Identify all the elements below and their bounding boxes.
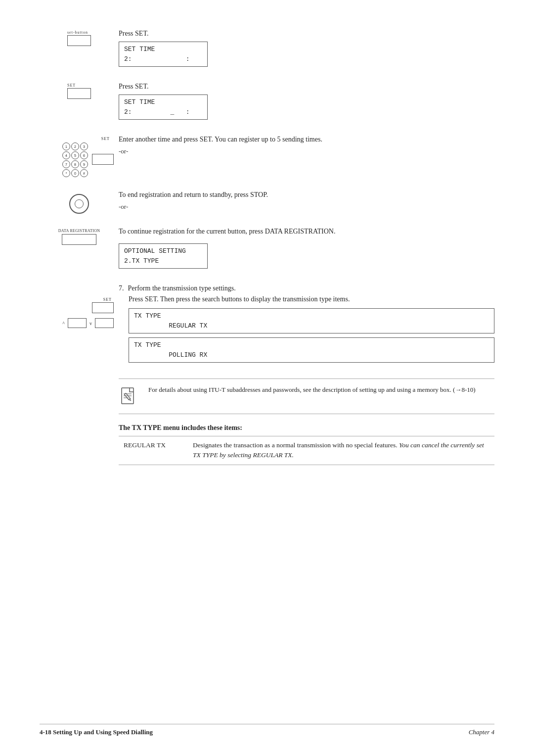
lcd-display-3: OPTIONAL SETTING 2.TX TYPE (119, 243, 208, 269)
numpad-4: 4 (62, 151, 70, 159)
table-row: REGULAR TX Designates the transaction as… (119, 436, 494, 465)
step-press-set-1: set-button Press SET. SET TIME 2: : (119, 30, 494, 69)
icon-col-1: set-button (40, 30, 119, 46)
press-set-text-1: Press SET. (119, 30, 494, 38)
svg-marker-5 (129, 398, 132, 401)
data-reg-label: DATA REGISTRATION (58, 229, 100, 233)
icon-col-5: DATA REGISTRATION (40, 228, 119, 245)
table-term: REGULAR TX (119, 436, 188, 465)
lcd-display-1: SET TIME 2: : (119, 42, 208, 67)
stop-text: To end registration and return to standb… (119, 191, 494, 199)
set-button-3[interactable] (92, 154, 114, 165)
text-col-7: 7.Perform the transmission type settings… (119, 284, 494, 365)
set-button-1[interactable] (67, 35, 91, 46)
set-button-2[interactable] (67, 88, 91, 99)
memo-icon-svg (119, 386, 138, 406)
stop-icon[interactable] (69, 194, 89, 214)
numpad-8: 8 (71, 160, 79, 168)
numpad-hash: # (80, 169, 88, 177)
nav-down-label: v (89, 321, 92, 326)
lcd-tx1-line2: REGULAR TX (134, 321, 489, 331)
numpad-3: 3 (80, 142, 88, 150)
set-button-7[interactable] (92, 302, 114, 313)
icon-col-3: SET 1 2 3 4 5 6 7 8 9 * (40, 136, 119, 177)
lcd-display-tx1: TX TYPE REGULAR TX (129, 308, 494, 333)
step-7: SET ^ v 7.Perform the transmission type … (119, 284, 494, 365)
numpad-star: * (62, 169, 70, 177)
lcd-line2-2: 2: _ : (124, 107, 202, 117)
nav-up-button[interactable] (68, 318, 87, 328)
footer: 4-18 Setting Up and Using Speed Dialling… (40, 724, 494, 736)
lcd-line2-1: 2: : (124, 54, 202, 64)
content-area: set-button Press SET. SET TIME 2: : SET (119, 30, 494, 465)
data-reg-text: To continue registration for the current… (119, 228, 494, 236)
footer-right: Chapter 4 (469, 728, 494, 736)
footer-left: 4-18 Setting Up and Using Speed Dialling (40, 728, 153, 736)
stop-inner (75, 199, 84, 208)
icon-col-2: SET (40, 83, 119, 99)
step-number-7: 7.Perform the transmission type settings… (119, 284, 494, 292)
table-desc: Designates the transaction as a normal t… (188, 436, 494, 465)
press-set-text-2: Press SET. (119, 83, 494, 91)
numpad-1: 1 (62, 142, 70, 150)
text-col-5: To continue registration for the current… (119, 228, 494, 271)
lcd-line2-3: 2.TX TYPE (124, 256, 202, 266)
lcd-tx2-line2: POLLING RX (134, 350, 489, 360)
numpad-0: 0 (71, 169, 79, 177)
lcd-line1-3: OPTIONAL SETTING (124, 246, 202, 256)
icon-col-7: SET ^ v (40, 296, 119, 328)
nav-down-button[interactable] (95, 318, 114, 328)
set-button-2-wrapper: SET (67, 84, 91, 99)
lcd-tx2-line1: TX TYPE (134, 340, 489, 350)
note-icon (119, 386, 140, 408)
lcd-tx1-line1: TX TYPE (134, 311, 489, 321)
info-table: REGULAR TX Designates the transaction as… (119, 436, 494, 465)
numpad-2: 2 (71, 142, 79, 150)
step-stop: To end registration and return to standb… (119, 191, 494, 214)
numpad-icon: 1 2 3 4 5 6 7 8 9 * 0 # (62, 142, 88, 177)
set-label-1: set-button (67, 31, 88, 35)
step7-content: Press SET. Then press the search buttons… (129, 295, 494, 363)
note-text: For details about using ITU-T subaddress… (148, 385, 476, 395)
lcd-line1-1: SET TIME (124, 45, 202, 54)
step7-title: Perform the transmission type settings. (128, 284, 236, 292)
nav-row: ^ v (62, 318, 114, 328)
table-section: The TX TYPE menu includes these items: R… (119, 424, 494, 465)
lcd-display-tx2: TX TYPE POLLING RX (129, 337, 494, 363)
step-enter-time: SET 1 2 3 4 5 6 7 8 9 * (119, 136, 494, 177)
enter-time-text: Enter another time and press SET. You ca… (119, 136, 494, 143)
lcd-line1-2: SET TIME (124, 97, 202, 107)
text-col-4: To end registration and return to standb… (119, 191, 494, 214)
step-data-reg: DATA REGISTRATION To continue registrati… (119, 228, 494, 271)
note-box: For details about using ITU-T subaddress… (119, 378, 494, 414)
numpad-9: 9 (80, 160, 88, 168)
set-button-1-wrapper: set-button (67, 31, 91, 46)
step7-press-text: Press SET. Then press the search buttons… (129, 295, 494, 303)
or-text-2: -or- (119, 203, 494, 211)
icon-col-4 (40, 191, 119, 214)
nav-up-label: ^ (62, 321, 65, 326)
numpad-6: 6 (80, 151, 88, 159)
lcd-display-2: SET TIME 2: _ : (119, 94, 208, 120)
table-title: The TX TYPE menu includes these items: (119, 424, 494, 432)
page: set-button Press SET. SET TIME 2: : SET (0, 0, 534, 756)
text-col-3: Enter another time and press SET. You ca… (119, 136, 494, 158)
step7-lcd-wrapper: TX TYPE REGULAR TX TX TYPE POLLING RX (129, 308, 494, 363)
numpad-5: 5 (71, 151, 79, 159)
set-label-2: SET (67, 84, 76, 88)
table-desc-normal: Designates the transaction as a normal t… (193, 441, 399, 449)
data-reg-button[interactable] (62, 234, 96, 245)
text-col-2: Press SET. SET TIME 2: _ : (119, 83, 494, 122)
step-press-set-2: SET Press SET. SET TIME 2: _ : (119, 83, 494, 122)
text-col-1: Press SET. SET TIME 2: : (119, 30, 494, 69)
svg-rect-4 (124, 393, 130, 400)
or-text-1: -or- (119, 147, 494, 155)
numpad-7: 7 (62, 160, 70, 168)
